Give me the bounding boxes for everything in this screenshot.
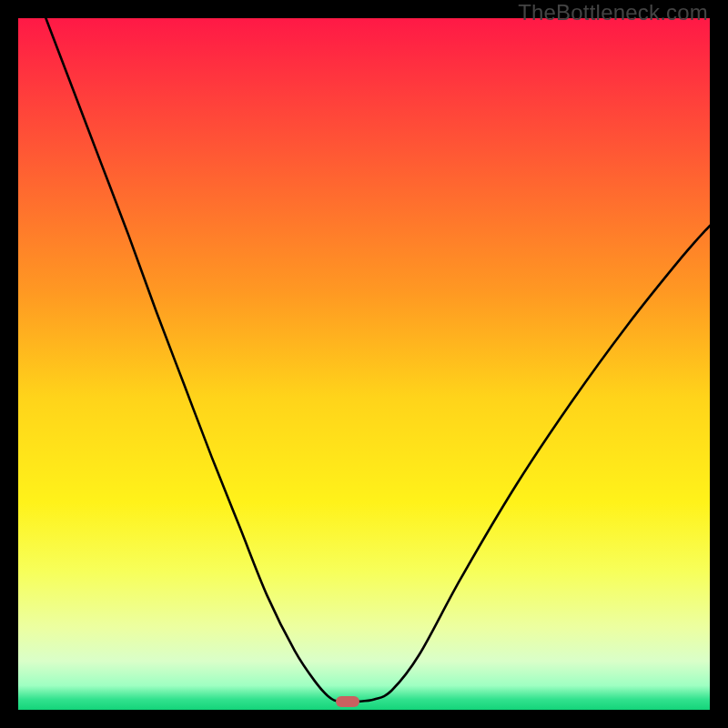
plot-area — [18, 18, 710, 710]
plot-svg — [18, 18, 710, 710]
optimum-marker — [336, 696, 359, 707]
chart-frame: TheBottleneck.com — [0, 0, 728, 728]
watermark-text: TheBottleneck.com — [518, 0, 708, 25]
gradient-background — [18, 18, 710, 710]
